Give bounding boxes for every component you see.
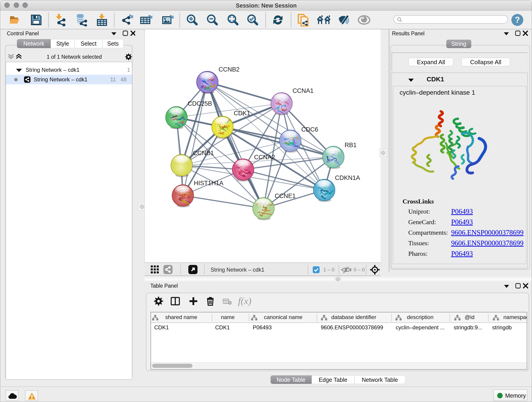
svg-text:CCNB2: CCNB2 xyxy=(219,66,240,73)
svg-text:?: ? xyxy=(515,15,520,25)
svg-text:CCNA2: CCNA2 xyxy=(254,154,275,161)
svg-text:CDK1: CDK1 xyxy=(234,110,250,117)
svg-text:CCNA1: CCNA1 xyxy=(293,87,314,94)
svg-text:RB1: RB1 xyxy=(345,142,357,148)
svg-text:CDC25B: CDC25B xyxy=(188,100,212,107)
svg-text:CCNE1: CCNE1 xyxy=(275,192,296,199)
svg-text:CCNB1: CCNB1 xyxy=(193,150,214,157)
svg-text:HIST1H1A: HIST1H1A xyxy=(194,180,223,186)
svg-text:CDC6: CDC6 xyxy=(301,126,318,133)
svg-text:CDKN1A: CDKN1A xyxy=(335,174,360,181)
